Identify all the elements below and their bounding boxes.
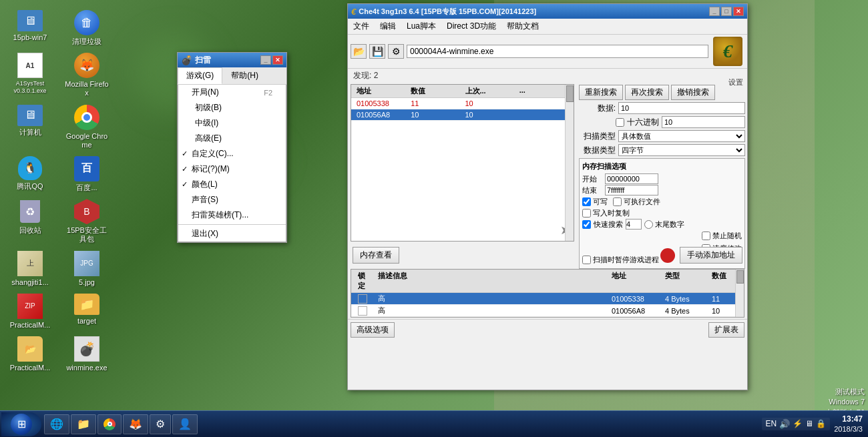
taskbar-explorer[interactable]: 📁 [71, 414, 96, 434]
taskbar-ie[interactable]: 🌐 [44, 414, 69, 434]
hex-checkbox[interactable] [616, 118, 624, 127]
ce-minimize-btn[interactable]: _ [709, 7, 720, 16]
col-address-header: 地址 [354, 85, 408, 97]
expand-btn[interactable]: 扩展表 [708, 322, 744, 338]
copyonwrite-checkbox[interactable] [582, 209, 591, 217]
menu-mark[interactable]: 标记(?)(M) [178, 161, 286, 177]
icon-computer[interactable]: 🖥 计算机 [7, 105, 53, 149]
menu-d3d[interactable]: Direct 3D功能 [444, 20, 499, 33]
icon-firefox[interactable]: 🦊 Mozilla Firefox [63, 53, 110, 97]
icon-baidu[interactable]: 百 百度... [63, 156, 110, 192]
writable-row: 可写 可执行文件 [582, 196, 742, 207]
menu-custom[interactable]: 自定义(C)... [178, 146, 286, 161]
executable-checkbox[interactable] [613, 197, 622, 206]
writable-checkbox[interactable] [582, 197, 591, 206]
menu-lua[interactable]: Lua脚本 [404, 20, 439, 33]
icon-label-chrome: Google Chrome [63, 132, 110, 149]
col-prev-header: 上次... [463, 85, 517, 97]
process-input[interactable] [407, 45, 708, 58]
bottom-row-2[interactable]: 高 010056A8 4 Bytes 10 [351, 305, 744, 317]
taskbar-firefox-icon: 🦊 [129, 418, 142, 430]
icon-label-5jpg: 5.jpg [79, 278, 95, 287]
taskbar-right: EN 🔊 ⚡ 🖥 🔒 13:47 2018/3/3 [756, 414, 869, 434]
ce-toolbar: 📂 💾 ⚙ € [348, 35, 747, 69]
toolbar-save-btn[interactable]: 💾 [369, 44, 385, 59]
icon-qq[interactable]: 🐧 腾讯QQ [7, 156, 53, 192]
rescan-btn[interactable]: 重新搜索 [579, 85, 623, 100]
icon-5jpg[interactable]: JPG 5.jpg [63, 251, 110, 287]
icon-target[interactable]: 📁 target [63, 294, 110, 330]
menu-color[interactable]: 颜色(L) [178, 177, 286, 192]
fastscan-checkbox[interactable] [582, 220, 591, 229]
end-input[interactable] [605, 185, 658, 195]
address-cell-1: 01005338 [354, 99, 408, 108]
icon-cleaner[interactable]: 🗑 清理垃圾 [63, 10, 110, 46]
taskbar-chrome[interactable] [97, 414, 122, 434]
game-menu-tab[interactable]: 游戏(G) [178, 67, 222, 84]
address-row-1[interactable]: 01005338 11 10 [351, 98, 574, 109]
found-count: 发现: 2 [348, 69, 747, 83]
undoscan-btn[interactable]: 撤销搜索 [671, 85, 715, 100]
search-buttons: 重新搜索 再次搜索 撤销搜索 [579, 85, 745, 100]
help-menu-tab[interactable]: 帮助(H) [222, 67, 267, 84]
stop-icon[interactable] [660, 248, 675, 263]
menu-help[interactable]: 帮助文档 [504, 20, 541, 33]
icon-chrome[interactable]: Google Chrome [63, 105, 110, 149]
taskbar-user[interactable]: 👤 [172, 414, 198, 434]
shield-icon: B [74, 199, 99, 224]
advanced-btn[interactable]: 高级选项 [351, 322, 395, 338]
minesweeper-titlebar: 💣 扫雷 _ ✕ [178, 53, 286, 67]
firefox-icon: 🦊 [74, 53, 99, 78]
menu-newgame[interactable]: 开局(N) F2 [178, 85, 286, 100]
no-random-checkbox[interactable] [702, 232, 710, 240]
toolbar-open-btn[interactable]: 📂 [351, 44, 367, 59]
menu-expert[interactable]: 高级(E) [178, 131, 286, 146]
icon-winmine[interactable]: 💣 winmine.exe [63, 336, 110, 372]
icon-systest[interactable]: A1 A1SysTestv0.3.0.1.exe [7, 53, 53, 97]
address-row-2[interactable]: 010056A8 10 10 [351, 109, 574, 121]
address-scrollbar[interactable] [565, 85, 574, 241]
menu-beginner[interactable]: 初级(B) [178, 100, 286, 115]
no-random-row: 禁止随机 [702, 231, 742, 241]
icon-practicalm[interactable]: ZIP PracticalM... [7, 294, 53, 330]
col-desc-header: 描述信息 [374, 270, 608, 292]
memory-view-btn[interactable]: 内存查看 [353, 247, 399, 264]
menu-sound[interactable]: 声音(S) [178, 192, 286, 207]
hex-value-input[interactable] [662, 116, 745, 128]
data-type-select[interactable]: 四字节 [618, 144, 745, 156]
minimize-button[interactable]: _ [260, 55, 271, 65]
icon-practicalm2[interactable]: 📂 PracticalM... [7, 336, 53, 372]
bottom-scrollbar[interactable] [735, 270, 744, 317]
manual-add-btn[interactable]: 手动添加地址 [680, 247, 742, 264]
start-input[interactable] [605, 173, 658, 184]
toolbar-settings-btn[interactable]: ⚙ [388, 44, 404, 59]
icon-15pb-tool[interactable]: B 15PB安全工 具包 [63, 199, 110, 244]
menu-intermediate[interactable]: 中级(I) [178, 115, 286, 131]
ce-close-btn[interactable]: ✕ [733, 7, 744, 16]
bottom-row-1[interactable]: 高 01005338 4 Bytes 11 [351, 293, 744, 305]
start-button[interactable]: ⊞ [1, 412, 41, 436]
icon-15pb-win7[interactable]: 🖥 15pb-win7 [7, 10, 53, 46]
icon-label-baidu: 百度... [76, 183, 97, 192]
menu-leaderboard[interactable]: 扫雷英雄榜(T)... [178, 207, 286, 223]
data-value-input[interactable] [618, 102, 745, 114]
ce-maximize-btn[interactable]: □ [721, 7, 732, 16]
scan-type-select[interactable]: 具体数值 [618, 130, 745, 142]
col-type-header: 类型 [661, 270, 708, 292]
menu-file[interactable]: 文件 [351, 20, 372, 33]
icon-recycle[interactable]: ♻ 回收站 [7, 199, 53, 244]
lock-cell-2 [354, 306, 374, 316]
taskbar-firefox[interactable]: 🦊 [123, 414, 148, 434]
cleaner-icon: 🗑 [74, 10, 99, 35]
close-button[interactable]: ✕ [272, 55, 283, 65]
fastscan-input[interactable] [626, 219, 642, 230]
calibrate-radio-input[interactable] [644, 220, 653, 229]
taskbar-gear[interactable]: ⚙ [150, 414, 171, 434]
address-list-header: 地址 数值 上次... ... [351, 85, 574, 98]
icon-shangjiti[interactable]: 上 shangjiti1... [7, 251, 53, 287]
menu-edit[interactable]: 编辑 [377, 20, 399, 33]
stop-game-checkbox[interactable] [582, 256, 591, 264]
search-btn-row: 重新搜索 再次搜索 撤销搜索 [579, 85, 745, 100]
nextscan-btn[interactable]: 再次搜索 [625, 85, 669, 100]
menu-exit[interactable]: 退出(X) [178, 226, 286, 242]
